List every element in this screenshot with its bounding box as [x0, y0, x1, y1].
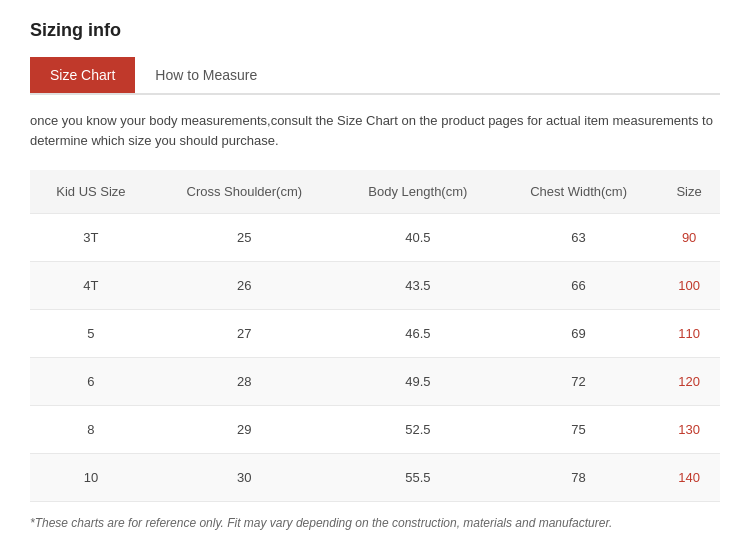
table-row: 4T2643.566100 [30, 262, 720, 310]
table-cell: 8 [30, 406, 152, 454]
tab-size-chart[interactable]: Size Chart [30, 57, 135, 93]
disclaimer-text: *These charts are for reference only. Fi… [30, 516, 720, 530]
table-cell: 52.5 [337, 406, 499, 454]
table-cell: 120 [658, 358, 720, 406]
tab-how-to-measure[interactable]: How to Measure [135, 57, 277, 93]
table-cell: 78 [499, 454, 658, 502]
table-cell: 130 [658, 406, 720, 454]
table-cell: 26 [152, 262, 337, 310]
table-cell: 40.5 [337, 214, 499, 262]
table-cell: 63 [499, 214, 658, 262]
size-table: Kid US SizeCross Shoulder(cm)Body Length… [30, 170, 720, 502]
table-cell: 46.5 [337, 310, 499, 358]
table-cell: 55.5 [337, 454, 499, 502]
table-cell: 90 [658, 214, 720, 262]
table-header-cell: Kid US Size [30, 170, 152, 214]
table-row: 3T2540.56390 [30, 214, 720, 262]
table-row: 82952.575130 [30, 406, 720, 454]
table-row: 62849.572120 [30, 358, 720, 406]
table-cell: 75 [499, 406, 658, 454]
table-cell: 28 [152, 358, 337, 406]
table-cell: 27 [152, 310, 337, 358]
table-header-cell: Body Length(cm) [337, 170, 499, 214]
table-header-cell: Chest Width(cm) [499, 170, 658, 214]
table-cell: 30 [152, 454, 337, 502]
table-header-cell: Cross Shoulder(cm) [152, 170, 337, 214]
table-cell: 5 [30, 310, 152, 358]
table-cell: 3T [30, 214, 152, 262]
table-row: 52746.569110 [30, 310, 720, 358]
table-cell: 72 [499, 358, 658, 406]
table-cell: 66 [499, 262, 658, 310]
table-cell: 69 [499, 310, 658, 358]
page-title: Sizing info [30, 20, 720, 41]
table-cell: 6 [30, 358, 152, 406]
table-cell: 43.5 [337, 262, 499, 310]
table-cell: 100 [658, 262, 720, 310]
tabs-container: Size Chart How to Measure [30, 57, 720, 95]
table-cell: 10 [30, 454, 152, 502]
description-text: once you know your body measurements,con… [30, 111, 720, 150]
table-row: 103055.578140 [30, 454, 720, 502]
table-header-row: Kid US SizeCross Shoulder(cm)Body Length… [30, 170, 720, 214]
table-cell: 29 [152, 406, 337, 454]
table-cell: 140 [658, 454, 720, 502]
table-body: 3T2540.563904T2643.56610052746.569110628… [30, 214, 720, 502]
table-cell: 4T [30, 262, 152, 310]
table-cell: 110 [658, 310, 720, 358]
table-cell: 25 [152, 214, 337, 262]
table-cell: 49.5 [337, 358, 499, 406]
table-header-cell: Size [658, 170, 720, 214]
